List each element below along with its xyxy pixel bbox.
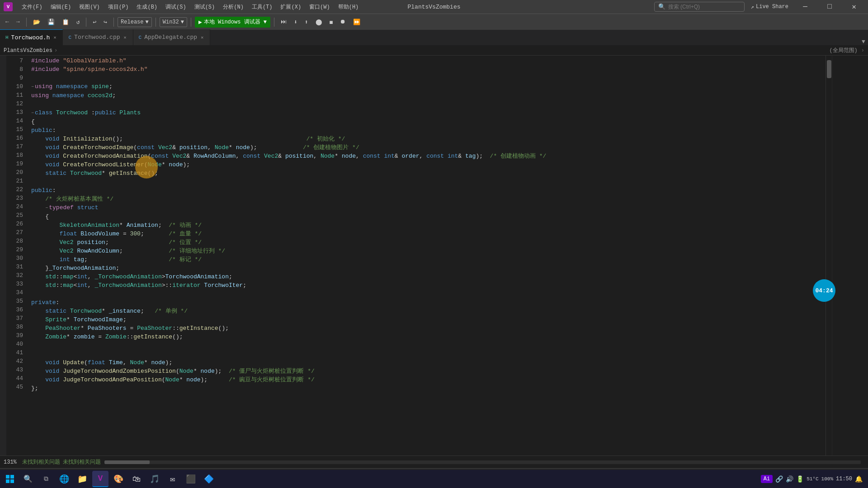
vs-taskbar-icon: V (98, 474, 103, 483)
code-line-17: void CreateTorchwoodImage(const Vec2& po… (31, 143, 826, 152)
tab-close-h[interactable]: ✕ (52, 34, 57, 41)
run-button[interactable]: ▶ 本地 Windows 调试器 ▼ (195, 17, 270, 28)
clock[interactable]: 11:50 (836, 476, 852, 482)
maximize-button[interactable]: □ (819, 0, 840, 14)
menu-project[interactable]: 项目(P) (104, 1, 132, 13)
volume-icon[interactable]: 🔊 (786, 475, 793, 483)
menu-analyze[interactable]: 分析(N) (219, 1, 247, 13)
tab-appdelegate[interactable]: C AppDelegate.cpp ✕ (133, 29, 211, 45)
taskbar-browser[interactable]: 🌐 (56, 471, 72, 487)
line-num-19: 19 (6, 160, 23, 168)
taskbar-search[interactable]: 🔍 (20, 471, 36, 487)
toolbar-separator-1 (26, 18, 27, 27)
taskbar-terminal[interactable]: ⬛ (183, 471, 199, 487)
taskbar-other[interactable]: 🔷 (201, 471, 217, 487)
taskbar-store[interactable]: 🛍 (128, 471, 145, 487)
code-line-28: Vec2 position; /* 位置 */ (31, 238, 826, 247)
search-icon: 🔍 (658, 3, 665, 10)
line-num-15: 15 (6, 125, 23, 134)
code-line-45: }; (31, 384, 826, 393)
config-dropdown[interactable]: Release ▼ (118, 17, 152, 27)
zoom-level: 131% (4, 459, 17, 465)
menu-window[interactable]: 窗口(W) (306, 1, 334, 13)
network-icon[interactable]: 🔗 (775, 475, 783, 483)
horizontal-scrollbar-thumb[interactable] (104, 460, 150, 464)
breadcrumb-scope[interactable]: (全局范围) (829, 47, 857, 54)
line-num-11: 11 (6, 91, 23, 99)
media-icon: 🎵 (150, 474, 160, 484)
battery-icon[interactable]: 🔋 (796, 475, 804, 483)
menu-view[interactable]: 视图(V) (75, 1, 104, 13)
line-num-16: 16 (6, 134, 23, 142)
tab-close-cpp[interactable]: ✕ (123, 34, 127, 41)
tab-label-cpp: Torchwood.cpp (74, 34, 120, 41)
menu-test[interactable]: 测试(S) (191, 1, 219, 13)
menu-extensions[interactable]: 扩展(X) (277, 1, 305, 13)
menu-edit[interactable]: 编辑(E) (47, 1, 75, 13)
start-button[interactable] (2, 471, 18, 487)
toolbar-forward[interactable]: → (14, 16, 23, 28)
notification-icon[interactable]: 🔔 (855, 475, 863, 483)
toolbar-save[interactable]: 💾 (45, 16, 57, 28)
toolbar-refresh[interactable]: ↺ (74, 16, 83, 28)
code-line-10: −using namespace spine; (31, 82, 826, 91)
menu-help[interactable]: 帮助(H) (335, 1, 363, 13)
search-box[interactable]: 🔍 (654, 2, 745, 12)
code-line-18: void CreateTorchwoodAnimation(const Vec2… (31, 152, 826, 160)
toolbar-undo[interactable]: ↩ (90, 16, 99, 28)
taskbar-mail[interactable]: ✉ (165, 471, 181, 487)
toolbar-open[interactable]: 📂 (30, 16, 43, 28)
platform-dropdown[interactable]: Win32 ▼ (160, 17, 187, 27)
code-line-15: public: (31, 126, 826, 135)
toolbar-back[interactable]: ← (3, 16, 12, 28)
minimize-button[interactable]: — (795, 0, 816, 14)
code-line-26: SkeletonAnimation* Animation; /* 动画 */ (31, 221, 826, 230)
left-gutter (0, 56, 6, 455)
vs-logo[interactable]: V (4, 2, 13, 11)
line-num-39: 39 (6, 331, 23, 340)
scrollbar-thumb[interactable] (827, 60, 831, 78)
toolbar-redo[interactable]: ↪ (101, 16, 110, 28)
search-input[interactable] (668, 4, 741, 10)
task-view-button[interactable]: ⧉ (38, 471, 54, 487)
tab-close-app[interactable]: ✕ (200, 34, 204, 41)
line-num-35: 35 (6, 297, 23, 305)
tab-torchwood-cpp[interactable]: C Torchwood.cpp ✕ (63, 29, 133, 45)
toolbar-more3[interactable]: ⏩ (350, 16, 363, 28)
taskbar-paint[interactable]: 🎨 (110, 471, 127, 487)
horizontal-bar: 131% 未找到相关问题 未找到相关问题 (0, 455, 868, 468)
close-button[interactable]: ✕ (844, 0, 864, 14)
horizontal-scrollbar[interactable] (104, 460, 861, 464)
taskbar-vs[interactable]: V (92, 471, 108, 487)
minimap (832, 56, 868, 455)
toolbar-save-all[interactable]: 📋 (59, 16, 72, 28)
toolbar-step-out[interactable]: ⬆ (302, 16, 311, 28)
tab-torchwood-h[interactable]: H Torchwood.h ✕ (0, 29, 63, 45)
ai-label[interactable]: Ai (761, 475, 773, 483)
live-share-button[interactable]: ↗ Live Share (748, 3, 791, 11)
line-num-13: 13 (6, 108, 23, 117)
taskbar-media[interactable]: 🎵 (146, 471, 163, 487)
code-line-31: }_TorchwoodAnimation; (31, 264, 826, 272)
menu-tools[interactable]: 工具(T) (248, 1, 276, 13)
vertical-scrollbar[interactable] (826, 56, 832, 455)
toolbar-step-into[interactable]: ⬇ (291, 16, 300, 28)
toolbar-breakpoint[interactable]: ⬤ (313, 16, 325, 28)
paint-icon: 🎨 (113, 474, 123, 484)
title-bar-left: V 文件(F) 编辑(E) 视图(V) 项目(P) 生成(B) 调试(S) 测试… (4, 1, 362, 13)
menu-file[interactable]: 文件(F) (18, 1, 46, 13)
menu-debug[interactable]: 调试(S) (162, 1, 190, 13)
toolbar-step-over[interactable]: ⏭ (278, 16, 289, 28)
code-editor[interactable]: #include "GlobalVariable.h" #include "sp… (27, 56, 826, 455)
breadcrumb-project[interactable]: PlantsVsZombies (4, 47, 52, 54)
tabs-overflow[interactable]: ▼ (859, 38, 868, 45)
terminal-icon: ⬛ (186, 474, 196, 484)
taskbar-files[interactable]: 📁 (74, 471, 90, 487)
tabs-bar: H Torchwood.h ✕ C Torchwood.cpp ✕ C AppD… (0, 30, 868, 46)
toolbar-more1[interactable]: ◼ (327, 16, 336, 28)
toolbar-more2[interactable]: ⏺ (337, 16, 349, 28)
svg-rect-2 (6, 479, 9, 483)
menu-build[interactable]: 生成(B) (133, 1, 161, 13)
svg-rect-1 (10, 475, 14, 479)
line-num-33: 33 (6, 280, 23, 288)
